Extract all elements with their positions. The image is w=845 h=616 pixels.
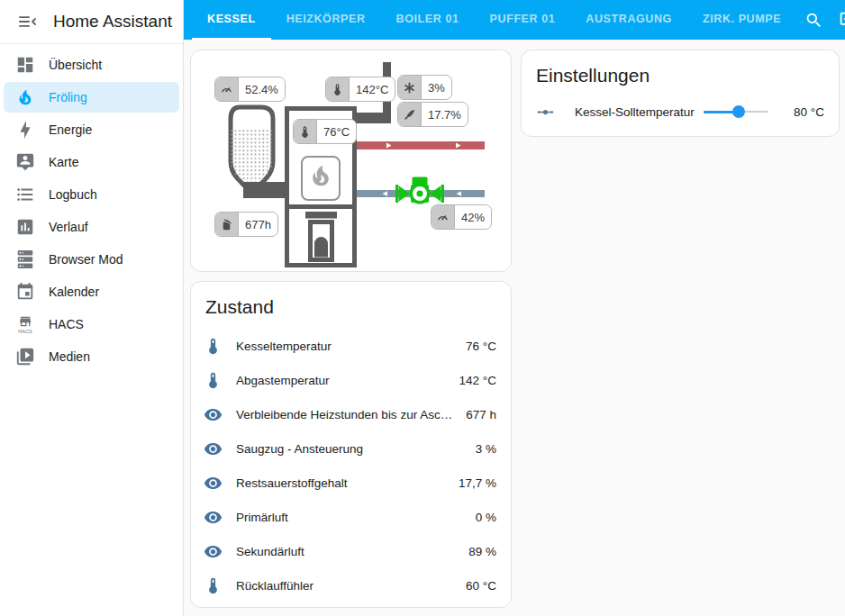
search-icon [804,11,823,30]
sidebar-item-label: Energie [49,122,92,137]
exhaust-temp-badge[interactable]: 142°C [325,77,395,102]
thermometer-icon [204,337,223,356]
sidebar-item-froeling[interactable]: Fröling [4,82,179,113]
sidebar: Home Assistant Übersicht Fröling Energie… [0,0,184,616]
top-app-bar: KESSEL HEIZKÖRPER BOILER 01 PUFFER 01 AU… [184,0,845,40]
entity-label: Sekundärluft [236,545,461,558]
return-mixer-badge[interactable]: 42% [431,204,492,230]
sidebar-item-logbuch[interactable]: Logbuch [4,179,179,210]
boiler-temp-badge[interactable]: 76°C [293,119,357,144]
eye-icon [204,508,223,527]
tab-kessel[interactable]: KESSEL [192,0,271,40]
state-card: Zustand Kesseltemperatur 76 °C Abgastemp… [190,281,512,608]
entity-value: 142 °C [459,374,496,387]
tab-austragung[interactable]: AUSTRAGUNG [570,0,687,40]
state-row-primaerluft[interactable]: Primärluft 0 % [191,500,511,534]
gauge-icon [215,77,239,101]
sidebar-items: Übersicht Fröling Energie Karte Logbuch … [0,44,183,374]
sidebar-item-uebersicht[interactable]: Übersicht [4,50,179,80]
thermometer-icon [204,576,223,595]
entity-value: 89 % [468,545,496,558]
entity-value: 76 °C [466,340,496,353]
sidebar-item-label: Medien [49,349,90,364]
entity-label: Kesseltemperatur [236,340,459,353]
lambda-probe-icon [398,103,422,126]
trash-tilted-lid-icon [215,213,239,236]
eye-icon [204,405,223,424]
kessel-solltemperatur-slider[interactable] [704,105,768,118]
sidebar-item-medien[interactable]: Medien [4,341,179,372]
state-row-ruecklauffuehler[interactable]: Rücklauffühler 60 °C [191,568,511,602]
state-row-heizstunden[interactable]: Verbleibende Heizstunden bis zur Asche e… [191,397,511,431]
lightning-bolt-icon [15,120,35,140]
fill-level-value: 52.4% [239,77,285,101]
settings-card: Einstellungen Kessel-Solltemperatur 80 °… [521,50,840,137]
dashboard-content: 52.4% 142°C 3% 17.7% 76°C [184,40,845,616]
tab-puffer-01[interactable]: PUFFER 01 [475,0,571,40]
play-box-multiple-icon [15,347,35,367]
entity-value: 17,7 % [459,476,496,490]
setting-label: Kessel-Solltemperatur [575,105,696,119]
entity-label: Saugzug - Ansteuerung [236,442,468,456]
sidebar-item-label: Übersicht [49,58,102,72]
entity-value: 0 % [476,511,496,524]
ash-hours-badge[interactable]: 677h [214,212,278,237]
sidebar-header: Home Assistant [0,0,183,44]
search-button[interactable] [796,0,831,40]
auger-chute [243,182,287,198]
settings-card-title: Einstellungen [522,50,839,95]
hacs-store-icon [15,314,35,334]
thermometer-icon [204,371,223,390]
entity-value: 677 h [466,408,496,421]
thermometer-icon [326,77,350,101]
eye-icon [204,474,223,493]
calendar-icon [15,282,35,302]
sidebar-toggle-icon[interactable] [16,11,38,32]
return-mixer-value: 42% [455,205,491,229]
view-tabs: KESSEL HEIZKÖRPER BOILER 01 PUFFER 01 AU… [192,0,796,40]
sidebar-item-energie[interactable]: Energie [4,114,179,145]
tab-heizkoerper[interactable]: HEIZKÖRPER [271,0,381,40]
sidebar-item-hacs[interactable]: HACS [4,309,179,340]
entity-value: 3 % [476,442,496,456]
entity-value: 60 °C [466,579,496,593]
state-row-saugzug[interactable]: Saugzug - Ansteuerung 3 % [191,431,511,466]
sidebar-item-label: Logbuch [49,187,97,202]
ray-vertex-icon [536,103,555,122]
main-area: KESSEL HEIZKÖRPER BOILER 01 PUFFER 01 AU… [184,0,845,616]
assist-icon [839,11,845,30]
thermometer-icon [294,120,317,143]
gauge-icon [432,205,455,229]
pellet-hopper [229,107,287,198]
pellet-fill [229,130,276,191]
view-dashboard-icon [15,55,35,75]
tab-boiler-01[interactable]: BOILER 01 [381,0,475,40]
sidebar-item-verlauf[interactable]: Verlauf [4,212,179,242]
sidebar-item-kalender[interactable]: Kalender [4,276,179,307]
boiler-diagram-card: 52.4% 142°C 3% 17.7% 76°C [190,50,512,272]
tab-zirk-pumpe[interactable]: ZIRK. PUMPE [687,0,796,40]
entity-label: Rücklauffühler [236,579,459,593]
state-row-kesseltemperatur[interactable]: Kesseltemperatur 76 °C [191,329,511,363]
entity-label: Primärluft [236,511,468,524]
state-row-restsauerstoff[interactable]: Restsauerstoffgehalt 17,7 % [191,466,511,500]
lambda-badge[interactable]: 17.7% [397,102,468,127]
fan-value: 3% [422,76,451,99]
slider-thumb[interactable] [732,105,745,118]
fan-badge[interactable]: 3% [397,75,452,100]
supply-pipe [357,141,485,149]
entity-label: Verbleibende Heizstunden bis zur Asche e… [236,408,459,421]
assist-button[interactable] [831,0,845,40]
sidebar-item-label: Kalender [49,285,99,299]
sidebar-item-label: Browser Mod [49,252,123,267]
chart-box-icon [15,217,35,237]
state-row-abgastemperatur[interactable]: Abgastemperatur 142 °C [191,363,511,397]
entity-label: Restsauerstoffgehalt [236,476,451,490]
state-row-sekundaerluft[interactable]: Sekundärluft 89 % [191,534,511,568]
sidebar-item-browser-mod[interactable]: Browser Mod [4,244,179,275]
setting-row-kessel-solltemperatur: Kessel-Solltemperatur 80 °C [522,95,839,128]
sidebar-item-karte[interactable]: Karte [4,147,179,177]
fire-icon [15,87,35,107]
list-bulleted-icon [15,185,35,204]
fill-level-badge[interactable]: 52.4% [214,77,286,102]
